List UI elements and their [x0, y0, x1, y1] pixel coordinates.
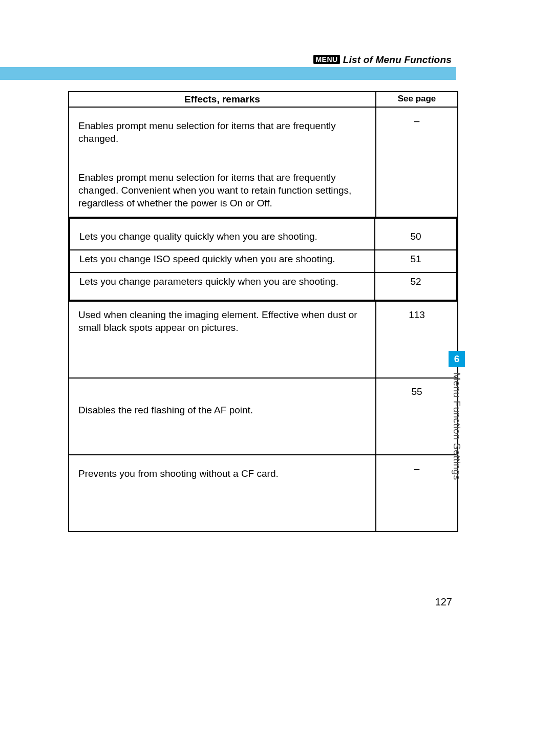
chapter-side-tab: 6 Menu Function Settings: [449, 351, 465, 480]
table-row: Prevents you from shooting without a CF …: [69, 455, 376, 532]
table-row: Enables prompt menu selection for items …: [69, 162, 375, 217]
chapter-label: Menu Function Settings: [451, 372, 462, 480]
page-number: 127: [0, 596, 457, 608]
col-header-seepage: See page: [376, 92, 458, 107]
page-ref: –: [376, 107, 458, 217]
table-row: Lets you change quality quickly when you…: [70, 218, 375, 250]
table-row: Lets you change parameters quickly when …: [70, 272, 375, 300]
header-title-text: List of Menu Functions: [343, 54, 452, 65]
page-ref: 51: [375, 250, 457, 272]
menu-functions-table: Effects, remarks See page Enables prompt…: [68, 91, 457, 532]
header-accent-bar: [0, 67, 456, 80]
page-ref: 52: [375, 272, 457, 300]
table-row: Lets you change ISO speed quickly when y…: [70, 250, 375, 272]
page-header: MENUList of Menu Functions: [313, 54, 452, 66]
menu-badge-icon: MENU: [313, 55, 339, 64]
table-row: Disables the red flashing of the AF poin…: [69, 378, 376, 455]
table-row: Enables prompt menu selection for items …: [69, 108, 375, 162]
col-header-effects: Effects, remarks: [69, 92, 376, 107]
page-ref: 55: [376, 378, 458, 455]
page-ref: 50: [375, 218, 457, 250]
page-ref: 113: [376, 301, 458, 378]
chapter-number-badge: 6: [449, 351, 465, 367]
table-row: Used when cleaning the imaging element. …: [69, 301, 376, 378]
page-ref: –: [376, 455, 458, 532]
